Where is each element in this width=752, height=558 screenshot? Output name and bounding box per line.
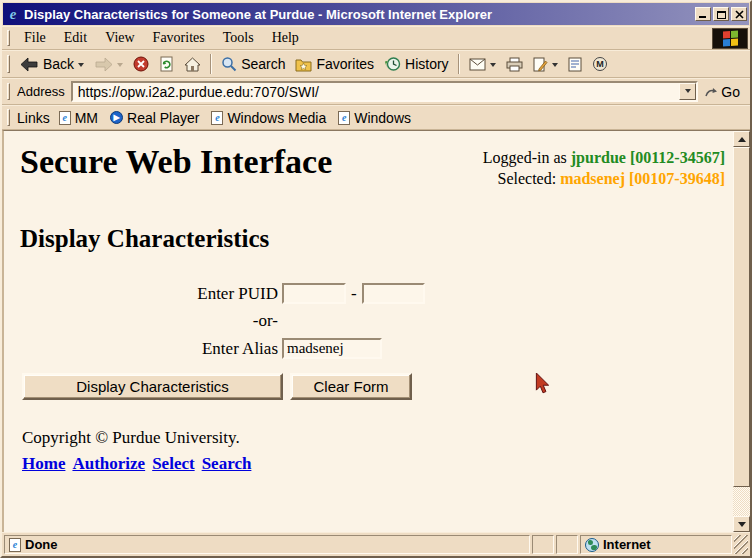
toolbar-grip[interactable]	[7, 83, 10, 101]
scrollbar-track[interactable]	[733, 487, 750, 516]
close-button[interactable]	[731, 7, 747, 21]
favorites-icon	[295, 57, 312, 72]
window-title: Display Characteristics for Someone at P…	[24, 7, 692, 22]
menu-help[interactable]: Help	[263, 28, 308, 48]
chevron-down-icon	[685, 89, 691, 96]
footer-link-select[interactable]: Select	[152, 454, 194, 473]
minimize-icon	[699, 10, 707, 18]
page-header: Secure Web Interface Logged-in as jpurdu…	[14, 143, 729, 189]
toolbar-grip[interactable]	[7, 109, 10, 125]
edit-icon	[533, 57, 548, 72]
vertical-scrollbar	[733, 131, 750, 532]
mail-button[interactable]	[464, 56, 501, 73]
minimize-button[interactable]	[695, 7, 711, 21]
link-mm[interactable]: e MM	[56, 110, 107, 126]
stop-icon	[133, 56, 149, 72]
back-button[interactable]: Back	[15, 54, 89, 74]
scroll-down-button[interactable]	[733, 516, 750, 532]
globe-icon	[585, 538, 599, 552]
menu-bar: File Edit View Favorites Tools Help	[2, 26, 750, 50]
menu-view[interactable]: View	[96, 28, 143, 48]
selected-line: Selected: madsenej [00107-39648]	[483, 168, 725, 189]
page-content: Secure Web Interface Logged-in as jpurdu…	[4, 131, 733, 532]
discuss-icon	[568, 57, 582, 72]
ie-page-icon: e	[338, 111, 350, 125]
menu-edit[interactable]: Edit	[55, 28, 96, 48]
discuss-button[interactable]	[563, 55, 587, 74]
forward-button[interactable]	[89, 55, 128, 74]
status-panel: e Done	[4, 535, 530, 554]
page-viewport: Secure Web Interface Logged-in as jpurdu…	[2, 130, 750, 532]
puid-field-1[interactable]	[282, 283, 346, 304]
messenger-button[interactable]: M	[587, 54, 613, 74]
print-button[interactable]	[501, 55, 528, 74]
messenger-icon: M	[592, 56, 608, 72]
forward-arrow-icon	[94, 57, 113, 72]
favorites-button[interactable]: Favorites	[290, 54, 379, 74]
ie-logo-icon: e	[5, 6, 21, 22]
ie-page-icon: e	[211, 111, 223, 125]
or-row: -or-	[14, 311, 729, 331]
refresh-button[interactable]	[154, 54, 179, 74]
svg-text:M: M	[596, 59, 604, 69]
login-info: Logged-in as jpurdue [00112-34567] Selec…	[483, 143, 729, 189]
links-bar: Links e MM ▶ Real Player e Windows Media…	[2, 105, 750, 130]
alias-field[interactable]	[282, 338, 382, 359]
link-windows-media[interactable]: e Windows Media	[208, 110, 335, 126]
windows-throbber-icon	[712, 28, 748, 49]
ie-page-icon: e	[59, 111, 71, 125]
logged-in-user: jpurdue [00112-34567]	[571, 149, 725, 166]
selected-user: madsenej [00107-39648]	[560, 170, 725, 187]
mail-dropdown-icon[interactable]	[490, 63, 496, 70]
browser-window: e Display Characteristics for Someone at…	[0, 0, 752, 558]
menu-file[interactable]: File	[15, 28, 55, 48]
or-label: -or-	[14, 311, 282, 331]
section-heading: Display Characteristics	[20, 225, 729, 253]
logged-in-line: Logged-in as jpurdue [00112-34567]	[483, 147, 725, 168]
link-windows[interactable]: e Windows	[335, 110, 420, 126]
toolbar-grip[interactable]	[7, 55, 10, 73]
edit-button[interactable]	[528, 55, 563, 74]
alias-label: Enter Alias	[14, 339, 282, 359]
address-dropdown-button[interactable]	[679, 83, 696, 100]
links-label: Links	[15, 110, 56, 126]
go-button[interactable]: Go	[698, 84, 746, 100]
footer-link-search[interactable]: Search	[202, 454, 252, 473]
forward-dropdown-icon[interactable]	[117, 63, 123, 70]
maximize-button[interactable]	[713, 7, 729, 21]
display-characteristics-button[interactable]: Display Characteristics	[22, 373, 283, 400]
puid-row: Enter PUID -	[14, 283, 729, 304]
toolbar-separator	[458, 54, 460, 74]
menu-tools[interactable]: Tools	[214, 28, 263, 48]
scrollbar-thumb[interactable]	[733, 147, 750, 487]
scroll-up-button[interactable]	[733, 131, 750, 147]
back-arrow-icon	[20, 57, 39, 72]
title-bar[interactable]: e Display Characteristics for Someone at…	[3, 3, 749, 25]
puid-field-2[interactable]	[362, 283, 425, 304]
form-buttons: Display Characteristics Clear Form	[22, 373, 729, 400]
clear-form-button[interactable]: Clear Form	[290, 373, 412, 400]
edit-dropdown-icon[interactable]	[552, 63, 558, 70]
toolbar-grip[interactable]	[7, 30, 10, 45]
footer-links: HomeAuthorizeSelectSearch	[22, 454, 729, 474]
address-url[interactable]: https://opw.i2a2.purdue.edu:7070/SWI/	[73, 84, 680, 100]
search-icon	[221, 56, 237, 72]
address-label: Address	[15, 84, 71, 99]
status-panel-empty	[556, 535, 578, 554]
footer-link-home[interactable]: Home	[22, 454, 65, 473]
home-button[interactable]	[179, 55, 206, 74]
stop-button[interactable]	[128, 54, 154, 74]
menu-favorites[interactable]: Favorites	[144, 28, 214, 48]
address-field[interactable]: https://opw.i2a2.purdue.edu:7070/SWI/	[71, 81, 699, 102]
real-player-icon: ▶	[110, 111, 123, 124]
back-dropdown-icon[interactable]	[78, 63, 84, 70]
maximize-icon	[717, 10, 726, 19]
close-icon	[735, 10, 744, 19]
history-button[interactable]: History	[379, 54, 454, 74]
search-button[interactable]: Search	[216, 54, 290, 74]
zone-text: Internet	[603, 537, 651, 552]
link-real-player[interactable]: ▶ Real Player	[107, 110, 208, 126]
mail-icon	[469, 58, 486, 71]
resize-grip[interactable]	[734, 535, 748, 554]
footer-link-authorize[interactable]: Authorize	[72, 454, 145, 473]
